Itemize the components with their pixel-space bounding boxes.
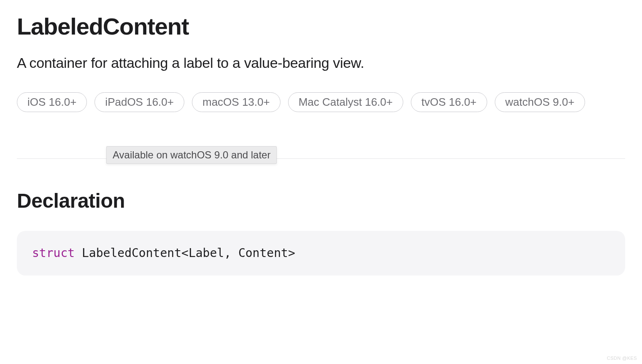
page-title: LabeledContent bbox=[17, 13, 625, 40]
code-declaration-body: LabeledContent<Label, Content> bbox=[75, 246, 295, 260]
platform-badge-macos[interactable]: macOS 13.0+ bbox=[192, 92, 281, 112]
declaration-code-block: struct LabeledContent<Label, Content> bbox=[17, 231, 625, 276]
platform-badge-ipados[interactable]: iPadOS 16.0+ bbox=[94, 92, 184, 112]
code-keyword-struct: struct bbox=[32, 246, 75, 260]
platform-badges-container: iOS 16.0+ iPadOS 16.0+ macOS 13.0+ Mac C… bbox=[17, 92, 625, 112]
platform-tooltip: Available on watchOS 9.0 and later bbox=[106, 146, 277, 164]
platform-badge-ios[interactable]: iOS 16.0+ bbox=[17, 92, 87, 112]
platform-badge-mac-catalyst[interactable]: Mac Catalyst 16.0+ bbox=[288, 92, 403, 112]
page-subtitle: A container for attaching a label to a v… bbox=[17, 54, 625, 72]
platform-badge-watchos[interactable]: watchOS 9.0+ bbox=[495, 92, 585, 112]
declaration-heading: Declaration bbox=[17, 189, 625, 212]
platform-badge-tvos[interactable]: tvOS 16.0+ bbox=[411, 92, 487, 112]
